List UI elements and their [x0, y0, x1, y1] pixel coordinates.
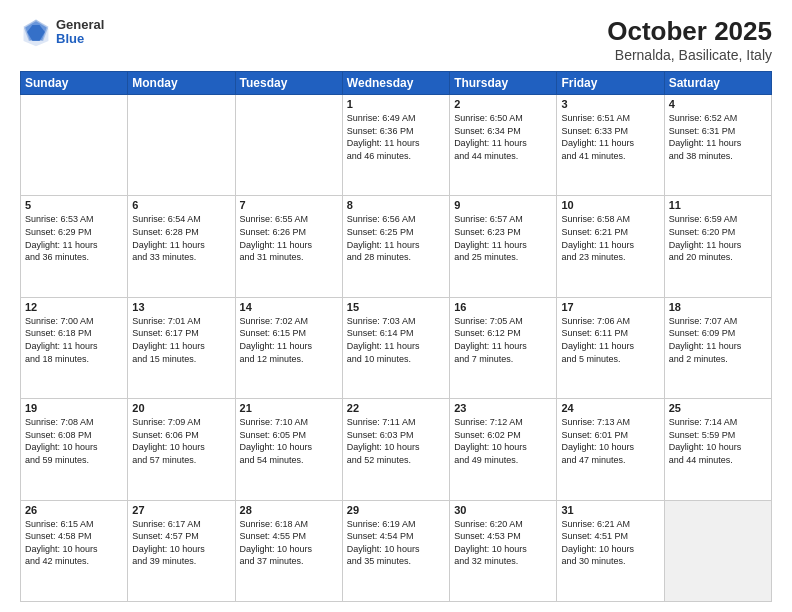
- day-number: 6: [132, 199, 230, 211]
- day-number: 29: [347, 504, 445, 516]
- calendar-cell: 18Sunrise: 7:07 AM Sunset: 6:09 PM Dayli…: [664, 297, 771, 398]
- calendar-cell: [21, 95, 128, 196]
- calendar-cell: 19Sunrise: 7:08 AM Sunset: 6:08 PM Dayli…: [21, 399, 128, 500]
- day-number: 11: [669, 199, 767, 211]
- calendar-week-row: 19Sunrise: 7:08 AM Sunset: 6:08 PM Dayli…: [21, 399, 772, 500]
- day-number: 5: [25, 199, 123, 211]
- calendar-cell: [128, 95, 235, 196]
- day-info: Sunrise: 7:01 AM Sunset: 6:17 PM Dayligh…: [132, 315, 230, 365]
- day-info: Sunrise: 7:08 AM Sunset: 6:08 PM Dayligh…: [25, 416, 123, 466]
- calendar-cell: 3Sunrise: 6:51 AM Sunset: 6:33 PM Daylig…: [557, 95, 664, 196]
- calendar-cell: 10Sunrise: 6:58 AM Sunset: 6:21 PM Dayli…: [557, 196, 664, 297]
- day-info: Sunrise: 6:57 AM Sunset: 6:23 PM Dayligh…: [454, 213, 552, 263]
- calendar-cell: 27Sunrise: 6:17 AM Sunset: 4:57 PM Dayli…: [128, 500, 235, 601]
- weekday-header-row: Sunday Monday Tuesday Wednesday Thursday…: [21, 72, 772, 95]
- calendar-cell: 24Sunrise: 7:13 AM Sunset: 6:01 PM Dayli…: [557, 399, 664, 500]
- day-number: 7: [240, 199, 338, 211]
- day-info: Sunrise: 7:07 AM Sunset: 6:09 PM Dayligh…: [669, 315, 767, 365]
- day-number: 3: [561, 98, 659, 110]
- day-info: Sunrise: 7:14 AM Sunset: 5:59 PM Dayligh…: [669, 416, 767, 466]
- header-thursday: Thursday: [450, 72, 557, 95]
- day-info: Sunrise: 6:15 AM Sunset: 4:58 PM Dayligh…: [25, 518, 123, 568]
- day-info: Sunrise: 7:10 AM Sunset: 6:05 PM Dayligh…: [240, 416, 338, 466]
- calendar-cell: 26Sunrise: 6:15 AM Sunset: 4:58 PM Dayli…: [21, 500, 128, 601]
- header-sunday: Sunday: [21, 72, 128, 95]
- day-number: 21: [240, 402, 338, 414]
- header-monday: Monday: [128, 72, 235, 95]
- header-tuesday: Tuesday: [235, 72, 342, 95]
- day-info: Sunrise: 6:20 AM Sunset: 4:53 PM Dayligh…: [454, 518, 552, 568]
- calendar-cell: 20Sunrise: 7:09 AM Sunset: 6:06 PM Dayli…: [128, 399, 235, 500]
- calendar-cell: 29Sunrise: 6:19 AM Sunset: 4:54 PM Dayli…: [342, 500, 449, 601]
- day-info: Sunrise: 6:49 AM Sunset: 6:36 PM Dayligh…: [347, 112, 445, 162]
- calendar-cell: 15Sunrise: 7:03 AM Sunset: 6:14 PM Dayli…: [342, 297, 449, 398]
- day-number: 1: [347, 98, 445, 110]
- day-info: Sunrise: 7:06 AM Sunset: 6:11 PM Dayligh…: [561, 315, 659, 365]
- day-number: 27: [132, 504, 230, 516]
- calendar-cell: [235, 95, 342, 196]
- logo-blue: Blue: [56, 32, 104, 46]
- day-number: 17: [561, 301, 659, 313]
- calendar-cell: 6Sunrise: 6:54 AM Sunset: 6:28 PM Daylig…: [128, 196, 235, 297]
- day-number: 18: [669, 301, 767, 313]
- logo-text: General Blue: [56, 18, 104, 47]
- calendar-cell: 13Sunrise: 7:01 AM Sunset: 6:17 PM Dayli…: [128, 297, 235, 398]
- day-info: Sunrise: 6:18 AM Sunset: 4:55 PM Dayligh…: [240, 518, 338, 568]
- calendar-cell: 11Sunrise: 6:59 AM Sunset: 6:20 PM Dayli…: [664, 196, 771, 297]
- day-info: Sunrise: 6:51 AM Sunset: 6:33 PM Dayligh…: [561, 112, 659, 162]
- calendar-cell: 23Sunrise: 7:12 AM Sunset: 6:02 PM Dayli…: [450, 399, 557, 500]
- day-number: 20: [132, 402, 230, 414]
- calendar-cell: 17Sunrise: 7:06 AM Sunset: 6:11 PM Dayli…: [557, 297, 664, 398]
- calendar-cell: 21Sunrise: 7:10 AM Sunset: 6:05 PM Dayli…: [235, 399, 342, 500]
- calendar-cell: 16Sunrise: 7:05 AM Sunset: 6:12 PM Dayli…: [450, 297, 557, 398]
- day-number: 24: [561, 402, 659, 414]
- day-number: 22: [347, 402, 445, 414]
- calendar-cell: 2Sunrise: 6:50 AM Sunset: 6:34 PM Daylig…: [450, 95, 557, 196]
- title-block: October 2025 Bernalda, Basilicate, Italy: [607, 16, 772, 63]
- day-number: 4: [669, 98, 767, 110]
- day-info: Sunrise: 6:55 AM Sunset: 6:26 PM Dayligh…: [240, 213, 338, 263]
- day-number: 31: [561, 504, 659, 516]
- calendar-week-row: 5Sunrise: 6:53 AM Sunset: 6:29 PM Daylig…: [21, 196, 772, 297]
- day-number: 8: [347, 199, 445, 211]
- day-info: Sunrise: 6:54 AM Sunset: 6:28 PM Dayligh…: [132, 213, 230, 263]
- day-number: 25: [669, 402, 767, 414]
- day-number: 28: [240, 504, 338, 516]
- logo: General Blue: [20, 16, 104, 48]
- day-info: Sunrise: 6:58 AM Sunset: 6:21 PM Dayligh…: [561, 213, 659, 263]
- day-info: Sunrise: 7:13 AM Sunset: 6:01 PM Dayligh…: [561, 416, 659, 466]
- calendar-title: October 2025: [607, 16, 772, 47]
- day-info: Sunrise: 6:56 AM Sunset: 6:25 PM Dayligh…: [347, 213, 445, 263]
- header-saturday: Saturday: [664, 72, 771, 95]
- day-number: 13: [132, 301, 230, 313]
- calendar-cell: [664, 500, 771, 601]
- calendar-cell: 8Sunrise: 6:56 AM Sunset: 6:25 PM Daylig…: [342, 196, 449, 297]
- day-info: Sunrise: 6:59 AM Sunset: 6:20 PM Dayligh…: [669, 213, 767, 263]
- day-number: 30: [454, 504, 552, 516]
- calendar-cell: 5Sunrise: 6:53 AM Sunset: 6:29 PM Daylig…: [21, 196, 128, 297]
- day-info: Sunrise: 6:53 AM Sunset: 6:29 PM Dayligh…: [25, 213, 123, 263]
- day-number: 16: [454, 301, 552, 313]
- calendar-cell: 30Sunrise: 6:20 AM Sunset: 4:53 PM Dayli…: [450, 500, 557, 601]
- day-number: 19: [25, 402, 123, 414]
- calendar-week-row: 12Sunrise: 7:00 AM Sunset: 6:18 PM Dayli…: [21, 297, 772, 398]
- day-info: Sunrise: 7:11 AM Sunset: 6:03 PM Dayligh…: [347, 416, 445, 466]
- day-info: Sunrise: 7:05 AM Sunset: 6:12 PM Dayligh…: [454, 315, 552, 365]
- day-info: Sunrise: 6:19 AM Sunset: 4:54 PM Dayligh…: [347, 518, 445, 568]
- calendar-week-row: 26Sunrise: 6:15 AM Sunset: 4:58 PM Dayli…: [21, 500, 772, 601]
- calendar-cell: 12Sunrise: 7:00 AM Sunset: 6:18 PM Dayli…: [21, 297, 128, 398]
- day-info: Sunrise: 6:50 AM Sunset: 6:34 PM Dayligh…: [454, 112, 552, 162]
- header-friday: Friday: [557, 72, 664, 95]
- logo-icon: [20, 16, 52, 48]
- calendar-cell: 9Sunrise: 6:57 AM Sunset: 6:23 PM Daylig…: [450, 196, 557, 297]
- day-number: 10: [561, 199, 659, 211]
- day-info: Sunrise: 6:52 AM Sunset: 6:31 PM Dayligh…: [669, 112, 767, 162]
- day-info: Sunrise: 7:02 AM Sunset: 6:15 PM Dayligh…: [240, 315, 338, 365]
- calendar-subtitle: Bernalda, Basilicate, Italy: [607, 47, 772, 63]
- day-number: 23: [454, 402, 552, 414]
- calendar-cell: 22Sunrise: 7:11 AM Sunset: 6:03 PM Dayli…: [342, 399, 449, 500]
- calendar-cell: 14Sunrise: 7:02 AM Sunset: 6:15 PM Dayli…: [235, 297, 342, 398]
- calendar-cell: 25Sunrise: 7:14 AM Sunset: 5:59 PM Dayli…: [664, 399, 771, 500]
- calendar-week-row: 1Sunrise: 6:49 AM Sunset: 6:36 PM Daylig…: [21, 95, 772, 196]
- day-number: 2: [454, 98, 552, 110]
